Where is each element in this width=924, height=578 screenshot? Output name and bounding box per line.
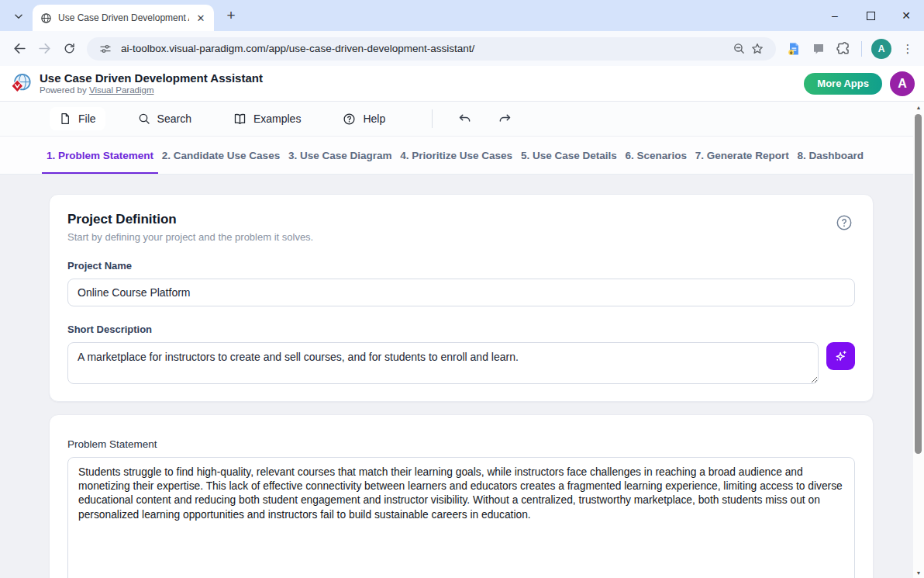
window-controls: – ✕: [817, 0, 924, 31]
forward-button[interactable]: [32, 36, 57, 61]
scrollbar-thumb[interactable]: [915, 114, 922, 454]
project-definition-card: Project Definition Start by defining you…: [49, 194, 874, 402]
browser-tab-strip: Use Case Driven Development Assistant ✕ …: [0, 0, 924, 31]
back-button[interactable]: [7, 36, 32, 61]
question-circle-icon: [836, 214, 853, 231]
minimize-button[interactable]: –: [817, 0, 853, 31]
url-text[interactable]: ai-toolbox.visual-paradigm.com/app/use-c…: [121, 43, 723, 54]
tab-use-case-details[interactable]: 5. Use Case Details: [519, 137, 619, 174]
reload-icon: [63, 42, 76, 55]
globe-favicon-icon: [40, 12, 52, 24]
menubar-divider: [432, 109, 433, 128]
powered-by: Powered by Visual Paradigm: [40, 85, 263, 95]
forward-arrow-icon: [37, 41, 52, 56]
site-settings-icon[interactable]: [96, 40, 115, 58]
project-name-label: Project Name: [67, 260, 855, 272]
file-icon: [59, 112, 71, 125]
problem-statement-input[interactable]: Students struggle to find high-quality, …: [67, 457, 855, 578]
toolbar-divider: [861, 41, 862, 57]
browser-tab[interactable]: Use Case Driven Development Assistant ✕: [33, 5, 214, 31]
problem-statement-card: Problem Statement Students struggle to f…: [49, 414, 874, 578]
tab-generate-report[interactable]: 7. Generate Report: [694, 137, 791, 174]
zoom-out-icon[interactable]: [729, 40, 748, 58]
comment-extension-button[interactable]: [806, 37, 831, 61]
ai-generate-button[interactable]: [826, 342, 855, 370]
window-close-button[interactable]: ✕: [888, 0, 924, 31]
book-icon: [233, 112, 247, 126]
project-name-input[interactable]: [67, 279, 855, 306]
bookmark-star-icon[interactable]: [748, 40, 767, 58]
puzzle-icon: [836, 41, 851, 56]
sparkles-icon: [833, 348, 849, 364]
app-header: Use Case Driven Development Assistant Po…: [0, 66, 924, 102]
tab-candidate-use-cases[interactable]: 2. Candidate Use Cases: [160, 137, 281, 174]
reload-button[interactable]: [57, 36, 81, 61]
step-tabs: 1. Problem Statement 2. Candidate Use Ca…: [0, 137, 924, 175]
back-arrow-icon: [12, 41, 27, 56]
page-title: Use Case Driven Development Assistant: [40, 71, 263, 85]
tab-search-button[interactable]: [8, 5, 29, 27]
tab-prioritize-use-cases[interactable]: 4. Prioritize Use Cases: [398, 137, 514, 174]
tab-use-case-diagram[interactable]: 3. Use Case Diagram: [287, 137, 394, 174]
visual-paradigm-logo: [9, 72, 33, 95]
browser-window: Use Case Driven Development Assistant ✕ …: [0, 0, 924, 578]
maximize-button[interactable]: [853, 0, 888, 31]
scrollbar-down-arrow[interactable]: ▼: [913, 567, 924, 578]
main-content: Project Definition Start by defining you…: [0, 175, 924, 578]
tab-scenarios[interactable]: 6. Scenarios: [624, 137, 689, 174]
card-title: Project Definition: [67, 212, 313, 227]
visual-paradigm-link[interactable]: Visual Paradigm: [89, 85, 154, 95]
new-tab-button[interactable]: +: [220, 5, 242, 26]
tab-dashboard[interactable]: 8. Dashboard: [795, 137, 865, 174]
browser-toolbar: ai-toolbox.visual-paradigm.com/app/use-c…: [0, 31, 924, 66]
tab-close-icon[interactable]: ✕: [194, 11, 208, 25]
menu-help[interactable]: Help: [333, 107, 395, 131]
menu-file[interactable]: File: [50, 107, 105, 130]
user-avatar[interactable]: A: [890, 71, 915, 96]
tab-title: Use Case Driven Development Assistant: [58, 12, 189, 23]
address-bar[interactable]: ai-toolbox.visual-paradigm.com/app/use-c…: [87, 37, 776, 61]
more-apps-button[interactable]: More Apps: [804, 73, 882, 95]
scrollbar-up-arrow[interactable]: ▲: [913, 102, 924, 112]
redo-icon: [498, 112, 512, 126]
page-scrollbar[interactable]: ▲ ▼: [913, 102, 924, 578]
short-description-input[interactable]: A marketplace for instructors to create …: [67, 342, 819, 384]
tab-problem-statement[interactable]: 1. Problem Statement: [45, 137, 155, 174]
redo-button[interactable]: [491, 107, 518, 130]
card-help-button[interactable]: [835, 213, 853, 232]
undo-button[interactable]: [451, 107, 478, 130]
menu-bar: File Search Examples: [0, 102, 924, 137]
comment-icon: [812, 42, 826, 56]
browser-profile-avatar[interactable]: A: [871, 39, 891, 59]
chevron-down-icon: [13, 11, 24, 22]
card-subtitle: Start by defining your project and the p…: [67, 231, 313, 243]
undo-icon: [457, 112, 472, 126]
docs-extension-button[interactable]: [781, 37, 806, 61]
maximize-icon: [867, 12, 875, 20]
menu-search[interactable]: Search: [129, 107, 201, 130]
app-page: Use Case Driven Development Assistant Po…: [0, 66, 924, 578]
extensions-button[interactable]: [831, 37, 856, 61]
problem-statement-label: Problem Statement: [67, 438, 855, 450]
docs-extension-icon: [786, 41, 802, 57]
help-icon: [343, 112, 356, 126]
menu-examples[interactable]: Examples: [224, 107, 310, 131]
short-description-label: Short Description: [67, 324, 855, 335]
browser-menu-button[interactable]: ⋮: [898, 37, 917, 61]
search-icon: [138, 112, 150, 125]
